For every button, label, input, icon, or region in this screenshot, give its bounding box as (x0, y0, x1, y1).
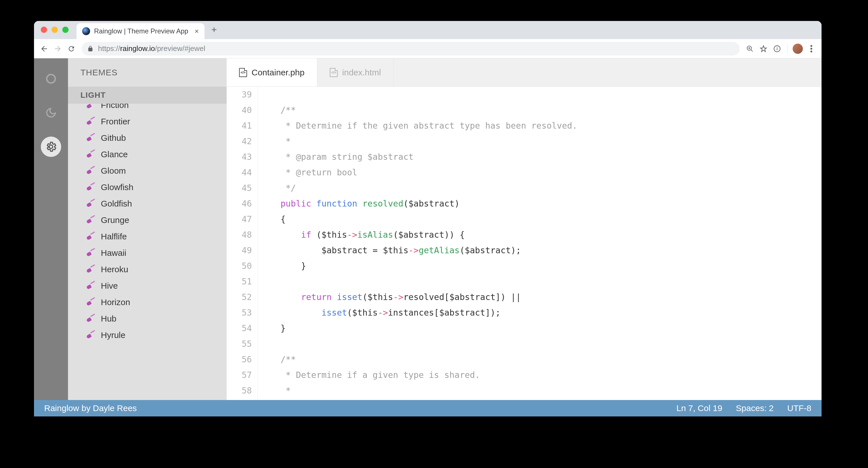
theme-label: Hyrule (101, 330, 125, 340)
sidebar-section-light[interactable]: LIGHT (68, 87, 227, 104)
theme-item-frontier[interactable]: Frontier (68, 113, 227, 130)
brush-icon (86, 150, 95, 159)
editor-tabs: Container.phpindex.html (227, 58, 822, 87)
theme-item-heroku[interactable]: Heroku (68, 261, 227, 278)
brush-icon (86, 199, 95, 208)
separator (787, 44, 787, 53)
theme-label: Frontier (101, 117, 130, 126)
address-bar: https://rainglow.io/preview/#jewel (34, 39, 822, 58)
status-credit: Rainglow by Dayle Rees (44, 403, 677, 413)
code-source: /** * Determine if the given abstract ty… (258, 87, 577, 400)
theme-item-halflife[interactable]: Halflife (68, 228, 227, 245)
brush-icon (86, 133, 95, 143)
brush-icon (86, 216, 95, 225)
menu-button[interactable] (806, 43, 817, 54)
line-gutter: 3940414243444546474849505152535455565758 (227, 87, 258, 400)
tab-filename: Container.php (252, 68, 305, 77)
brush-icon (86, 166, 95, 175)
theme-item-github[interactable]: Github (68, 130, 227, 146)
status-position[interactable]: Ln 7, Col 19 (677, 403, 722, 413)
theme-item-grunge[interactable]: Grunge (68, 212, 227, 228)
svg-point-7 (810, 45, 812, 47)
editor-tab-index-html[interactable]: index.html (317, 58, 394, 86)
status-spaces[interactable]: Spaces: 2 (736, 403, 774, 413)
mode-rail (34, 58, 68, 400)
file-icon (239, 68, 247, 77)
profile-button[interactable] (792, 43, 803, 54)
window-controls (41, 27, 68, 33)
url-text: https://rainglow.io/preview/#jewel (98, 44, 206, 53)
avatar-icon (793, 43, 803, 54)
brush-icon (86, 265, 95, 274)
brush-icon (86, 314, 95, 323)
theme-item-gloom[interactable]: Gloom (68, 163, 227, 179)
sidebar-header: THEMES (68, 58, 227, 87)
tab-filename: index.html (342, 68, 381, 77)
brush-icon (86, 104, 95, 110)
app-main: THEMES LIGHT FrictionFrontierGithubGlanc… (34, 58, 822, 400)
theme-item-hawaii[interactable]: Hawaii (68, 245, 227, 261)
light-mode-button[interactable] (41, 68, 61, 89)
info-icon[interactable] (771, 43, 783, 54)
theme-label: Github (101, 133, 126, 143)
theme-item-hyrule[interactable]: Hyrule (68, 327, 227, 343)
reload-button[interactable] (66, 43, 77, 54)
theme-label: Hub (101, 314, 117, 323)
sidebar: THEMES LIGHT FrictionFrontierGithubGlanc… (68, 58, 227, 400)
dark-mode-button[interactable] (41, 102, 61, 123)
theme-item-hub[interactable]: Hub (68, 311, 227, 327)
status-bar: Rainglow by Dayle Rees Ln 7, Col 19 Spac… (34, 400, 822, 416)
brush-icon (86, 298, 95, 307)
theme-item-goldfish[interactable]: Goldfish (68, 195, 227, 212)
svg-point-10 (47, 74, 55, 83)
minimize-window-button[interactable] (52, 27, 58, 33)
brush-icon (86, 281, 95, 290)
maximize-window-button[interactable] (62, 27, 68, 33)
theme-label: Glance (101, 150, 128, 159)
theme-item-glowfish[interactable]: Glowfish (68, 179, 227, 195)
editor-tab-container-php[interactable]: Container.php (227, 58, 317, 86)
code-view[interactable]: 3940414243444546474849505152535455565758… (227, 87, 822, 400)
theme-label: Hawaii (101, 248, 126, 258)
theme-list: FrictionFrontierGithubGlanceGloomGlowfis… (68, 104, 227, 400)
browser-tab[interactable]: Rainglow | Theme Preview App × (76, 23, 205, 39)
url-input[interactable]: https://rainglow.io/preview/#jewel (82, 42, 740, 56)
new-tab-button[interactable]: + (211, 24, 217, 35)
theme-label: Gloom (101, 166, 126, 176)
theme-label: Grunge (101, 215, 129, 225)
theme-label: Heroku (101, 264, 128, 274)
forward-button[interactable] (52, 43, 63, 54)
theme-label: Hive (101, 281, 118, 291)
close-window-button[interactable] (41, 27, 47, 33)
tab-title: Rainglow | Theme Preview App (94, 27, 188, 35)
theme-item-friction[interactable]: Friction (68, 104, 227, 113)
theme-label: Friction (101, 104, 129, 110)
file-icon (330, 68, 338, 77)
svg-point-8 (810, 48, 812, 50)
zoom-icon[interactable] (744, 43, 755, 54)
theme-item-hive[interactable]: Hive (68, 278, 227, 294)
theme-label: Halflife (101, 232, 127, 241)
theme-label: Horizon (101, 298, 130, 307)
svg-point-6 (777, 47, 778, 48)
browser-window: Rainglow | Theme Preview App × + https:/… (34, 21, 822, 416)
brush-icon (86, 248, 95, 257)
brush-icon (86, 117, 95, 126)
brush-icon (86, 331, 95, 340)
svg-line-1 (751, 50, 753, 52)
theme-item-horizon[interactable]: Horizon (68, 294, 227, 311)
theme-label: Glowfish (101, 182, 133, 192)
theme-item-glance[interactable]: Glance (68, 146, 227, 163)
lock-icon (87, 45, 93, 53)
close-tab-icon[interactable]: × (195, 27, 199, 36)
editor: Container.phpindex.html 3940414243444546… (227, 58, 822, 400)
settings-button[interactable] (41, 136, 61, 157)
brush-icon (86, 232, 95, 241)
app-root: THEMES LIGHT FrictionFrontierGithubGlanc… (34, 58, 822, 416)
back-button[interactable] (38, 43, 50, 54)
brush-icon (86, 183, 95, 192)
favicon-icon (82, 27, 90, 35)
theme-label: Goldfish (101, 199, 132, 209)
bookmark-icon[interactable] (758, 43, 769, 54)
status-encoding[interactable]: UTF-8 (787, 403, 811, 413)
